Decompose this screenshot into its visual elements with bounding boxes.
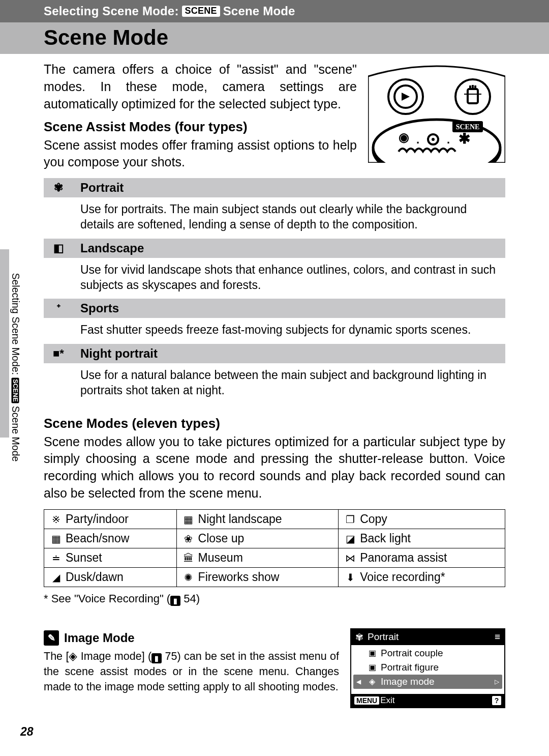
menu-button-label: MENU xyxy=(354,696,379,705)
note-text-b: Image mode] ( xyxy=(77,650,151,662)
sports-icon: ᐩ xyxy=(48,302,69,315)
menu-item-label: Portrait figure xyxy=(381,662,439,673)
page-ref-icon: ▮ xyxy=(151,653,162,663)
svg-text:.: . xyxy=(447,133,450,146)
panorama-assist-icon: ⋈ xyxy=(344,552,357,564)
table-cell: ✺Fireworks show xyxy=(176,567,339,587)
table-cell: ⬇Voice recording* xyxy=(339,567,505,587)
assist-intro: Scene assist modes offer framing assist … xyxy=(44,137,357,171)
intro-paragraph: The camera offers a choice of "assist" a… xyxy=(44,61,357,112)
assist-row-night-portrait: ■* Night portrait Use for a natural bala… xyxy=(44,344,505,404)
back-light-icon: ◪ xyxy=(344,533,357,545)
cell-label: Night landscape xyxy=(198,512,282,526)
header-suffix: Scene Mode xyxy=(223,4,295,18)
assist-row-landscape: ◧ Landscape Use for vivid landscape shot… xyxy=(44,239,505,299)
scene-modes-heading: Scene Modes (eleven types) xyxy=(44,416,505,431)
assist-row-sports: ᐩ Sports Fast shutter speeds freeze fast… xyxy=(44,299,505,343)
cell-label: Fireworks show xyxy=(198,570,280,584)
side-prefix: Selecting Scene Mode: xyxy=(10,273,21,375)
copy-icon: ❐ xyxy=(344,513,357,526)
svg-text:✱: ✱ xyxy=(459,131,470,147)
assist-description: Use for portraits. The main subject stan… xyxy=(44,197,505,239)
menu-item-icon: ▣ xyxy=(368,648,377,658)
scene-modes-intro: Scene modes allow you to take pictures o… xyxy=(44,433,505,502)
menu-item-label: Portrait couple xyxy=(381,648,443,659)
close-up-icon: ❀ xyxy=(182,533,195,545)
menu-item-portrait-figure: ▣ Portrait figure xyxy=(353,660,502,675)
menu-exit-label: Exit xyxy=(380,695,394,705)
header-bar: Selecting Scene Mode: SCENE Scene Mode xyxy=(0,0,549,22)
scene-badge-icon: SCENE xyxy=(182,6,220,17)
table-cell: ⋈Panorama assist xyxy=(339,548,505,567)
assist-heading: Scene Assist Modes (four types) xyxy=(44,119,357,135)
scene-modes-table: ※Party/indoor ▦Night landscape ❐Copy ▦Be… xyxy=(44,509,505,587)
cell-label: Panorama assist xyxy=(360,551,447,564)
portrait-menu-icon: ✾ xyxy=(355,631,363,643)
beach-snow-icon: ▦ xyxy=(49,533,63,545)
fireworks-show-icon: ✺ xyxy=(182,571,195,584)
note-title: Image Mode xyxy=(64,631,135,645)
image-mode-note: ✎ Image Mode The [◈ Image mode] (▮ 75) c… xyxy=(44,630,505,708)
dial-scene-label: SCENE xyxy=(456,123,480,131)
cell-label: Dusk/dawn xyxy=(66,570,124,584)
assist-label: Landscape xyxy=(80,241,144,255)
scene-footnote: * See "Voice Recording" (▮ 54) xyxy=(44,592,505,606)
side-badge: SCENE xyxy=(12,377,19,403)
page-title: Scene Mode xyxy=(44,25,544,50)
manual-page: Selecting Scene Mode: SCENE Scene Mode S… xyxy=(0,0,549,756)
content-area: The camera offers a choice of "assist" a… xyxy=(0,54,549,708)
side-stripe xyxy=(0,249,9,438)
note-info-icon: ✎ xyxy=(44,630,59,646)
menu-footer: MENUExit ? xyxy=(351,694,504,707)
table-cell: ※Party/indoor xyxy=(44,509,177,529)
svg-point-16 xyxy=(432,138,435,141)
dusk-dawn-icon: ◢ xyxy=(49,571,63,584)
table-cell: ❀Close up xyxy=(176,529,339,548)
title-bar: Scene Mode xyxy=(0,22,549,54)
assist-description: Fast shutter speeds freeze fast-moving s… xyxy=(44,318,505,343)
note-text: The [◈ Image mode] (▮ 75) can be set in … xyxy=(44,649,339,694)
table-cell: ▦Beach/snow xyxy=(44,529,177,548)
camera-menu-illustration: ✾ Portrait ≡ ▣ Portrait couple ▣ Portrai… xyxy=(350,628,505,708)
cell-label: Back light xyxy=(360,532,411,545)
assist-label: Sports xyxy=(80,301,119,315)
camera-dial-illustration: SCENE ◉ . . ✱ xyxy=(368,61,505,163)
assist-description: Use for a natural balance between the ma… xyxy=(44,363,505,404)
assist-label: Night portrait xyxy=(80,346,158,361)
page-number: 28 xyxy=(20,725,34,739)
table-cell: ≐Sunset xyxy=(44,548,177,567)
help-icon: ? xyxy=(492,696,501,705)
table-cell: ◪Back light xyxy=(339,529,505,548)
table-cell: 🏛Museum xyxy=(176,548,339,567)
table-cell: ▦Night landscape xyxy=(176,509,339,529)
page-ref-icon: ▮ xyxy=(170,596,180,606)
cell-label: Sunset xyxy=(66,551,102,564)
assist-description: Use for vivid landscape shots that enhan… xyxy=(44,258,505,299)
voice-recording-icon: ⬇ xyxy=(344,571,357,584)
party-indoor-icon: ※ xyxy=(49,513,63,526)
menu-item-portrait-couple: ▣ Portrait couple xyxy=(353,646,502,660)
cell-label: Beach/snow xyxy=(66,532,129,545)
svg-text:.: . xyxy=(416,133,419,146)
landscape-icon: ◧ xyxy=(48,242,69,255)
side-suffix: Scene Mode xyxy=(10,406,21,462)
menu-header: ✾ Portrait ≡ xyxy=(351,629,504,645)
svg-point-4 xyxy=(455,79,490,114)
cell-label: Close up xyxy=(198,532,245,545)
assist-row-portrait: ✾ Portrait Use for portraits. The main s… xyxy=(44,178,505,239)
svg-text:◉: ◉ xyxy=(399,130,409,144)
side-tab-text: Selecting Scene Mode: SCENE Scene Mode xyxy=(10,273,21,462)
footnote-page: 54 xyxy=(184,592,196,605)
cell-label: Museum xyxy=(198,551,243,564)
side-tab: Selecting Scene Mode: SCENE Scene Mode xyxy=(0,249,30,438)
menu-title: Portrait xyxy=(368,631,399,643)
cell-label: Voice recording* xyxy=(360,570,445,584)
table-cell: ❐Copy xyxy=(339,509,505,529)
cell-label: Party/indoor xyxy=(66,512,129,526)
note-text-a: The [ xyxy=(44,650,69,662)
menu-options-icon: ≡ xyxy=(495,631,500,643)
assist-table: ✾ Portrait Use for portraits. The main s… xyxy=(44,178,505,404)
footnote-prefix: * See "Voice Recording" ( xyxy=(44,592,170,605)
menu-item-label: Image mode xyxy=(381,676,435,687)
table-cell: ◢Dusk/dawn xyxy=(44,567,177,587)
